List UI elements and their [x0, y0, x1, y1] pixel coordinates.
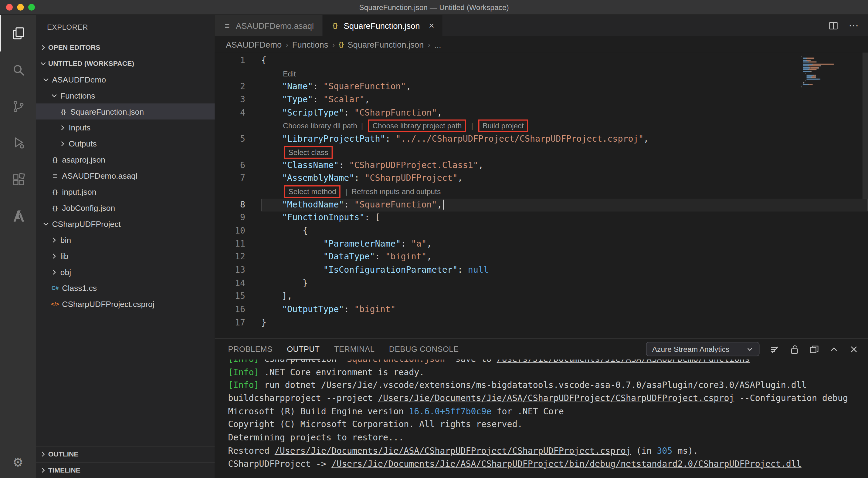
code-line-content: {: [261, 225, 868, 237]
code-line[interactable]: 1{: [215, 54, 868, 67]
extensions-icon[interactable]: [0, 161, 36, 198]
explorer-icon[interactable]: [0, 15, 36, 51]
split-editor-icon[interactable]: [828, 20, 839, 31]
codelens-action[interactable]: Edit: [283, 69, 296, 78]
code-line[interactable]: 3 "Type": "Scalar",: [215, 94, 868, 106]
code-line[interactable]: 14 }: [215, 277, 868, 290]
tree-item[interactable]: Functions: [36, 87, 215, 103]
minimap[interactable]: [802, 56, 860, 88]
breadcrumb-item[interactable]: ...: [434, 39, 441, 49]
output-text: ms).: [672, 446, 698, 456]
code-line[interactable]: 15 ],: [215, 290, 868, 303]
panel-tab-terminal[interactable]: TERMINAL: [334, 339, 374, 360]
open-editors-section[interactable]: OPEN EDITORS: [36, 39, 215, 56]
code-line[interactable]: 12 "DataType": "bigint",: [215, 251, 868, 264]
code-line[interactable]: 11 "ParameterName": "a",: [215, 238, 868, 251]
output-text: .NET Core environment is ready.: [265, 367, 425, 377]
file-link[interactable]: /Users/Jie/Documents/Jie/ASA/CSharpUDFPr…: [332, 459, 802, 469]
tree-item[interactable]: C#Class1.cs: [36, 280, 215, 296]
breadcrumb-item[interactable]: Functions: [292, 39, 329, 49]
codelens-action[interactable]: Choose library dll path: [283, 122, 357, 130]
code-line[interactable]: 4 "ScriptType": "CSharpFunction",: [215, 107, 868, 120]
run-debug-icon[interactable]: [0, 124, 36, 161]
tree-item-label: Functions: [60, 91, 95, 100]
code-line[interactable]: 16 "OutputType": "bigint": [215, 303, 868, 316]
code-line[interactable]: 10 {: [215, 225, 868, 237]
tree-item[interactable]: Outputs: [36, 136, 215, 152]
close-panel-icon[interactable]: [848, 344, 859, 354]
minimap-line: [802, 76, 860, 78]
code-line[interactable]: 13 "IsConfigurationParameter": null: [215, 264, 868, 277]
source-control-icon[interactable]: [0, 88, 36, 124]
settings-gear-icon[interactable]: ⚙: [0, 447, 36, 478]
codelens-action-highlighted[interactable]: Choose library project path: [368, 120, 466, 133]
search-icon[interactable]: [0, 52, 36, 88]
tree-item[interactable]: </>CSharpUDFProject.csproj: [36, 296, 215, 312]
tree-item[interactable]: {}input.json: [36, 184, 215, 200]
breadcrumb-item[interactable]: ASAUDFDemo: [226, 39, 282, 49]
workspace-section[interactable]: UNTITLED (WORKSPACE): [36, 55, 215, 71]
zoom-window-button[interactable]: [28, 4, 35, 11]
outline-section[interactable]: OUTLINE: [36, 446, 215, 462]
output-text: buildcsharpproject --project: [228, 394, 378, 403]
vscode-window: SquareFunction.json — Untitled (Workspac…: [0, 0, 868, 478]
breadcrumb-item[interactable]: SquareFunction.json: [347, 39, 424, 49]
line-number: 5: [215, 133, 261, 146]
tree-item[interactable]: ≡ASAUDFDemo.asaql: [36, 168, 215, 184]
output-channel-value: Azure Stream Analytics: [652, 345, 730, 353]
line-number: 11: [215, 238, 261, 251]
panel-tab-debug-console[interactable]: DEBUG CONSOLE: [389, 339, 459, 360]
tree-item[interactable]: {}JobConfig.json: [36, 200, 215, 216]
codelens-action-highlighted[interactable]: Select class: [284, 146, 333, 159]
tree-item[interactable]: ASAUDFDemo: [36, 71, 215, 87]
file-link[interactable]: /Users/Jie/Documents/Jie/ASA/CSharpUDFPr…: [275, 446, 631, 456]
code-line[interactable]: 8 "MethodName": "SquareFunction",: [215, 198, 868, 211]
code-token: ,: [427, 239, 432, 249]
close-window-button[interactable]: [6, 4, 13, 11]
tree-item[interactable]: {}SquareFunction.json: [36, 103, 215, 120]
code-line[interactable]: 9 "FunctionInputs": [: [215, 211, 868, 225]
clear-output-icon[interactable]: [769, 344, 780, 354]
output-text: save to: [445, 360, 497, 364]
autoscroll-lock-icon[interactable]: [789, 344, 799, 354]
editor-scrollbar[interactable]: [863, 53, 868, 199]
code-line[interactable]: 7 "AssemblyName": "CSharpUDFProject",: [215, 172, 868, 185]
code-token: "LibraryProjectPath": [282, 134, 385, 144]
tree-item[interactable]: bin: [36, 232, 215, 248]
code-line[interactable]: 6 "ClassName": "CSharpUDFProject.Class1"…: [215, 159, 868, 172]
file-link[interactable]: /Users/Jie/Documents/Jie/ASA/ASAUDFDemo/…: [497, 360, 750, 364]
tab-asaudfdemo-asaql[interactable]: ≡ ASAUDFDemo.asaql: [215, 15, 322, 36]
panel-tab-problems[interactable]: PROBLEMS: [228, 339, 272, 360]
code-line[interactable]: 17}: [215, 316, 868, 330]
code-token: [261, 173, 282, 183]
minimap-line: [802, 69, 860, 70]
code-token: "bigint": [385, 252, 426, 262]
timeline-section[interactable]: TIMELINE: [36, 462, 215, 478]
code-line[interactable]: 2 "Name": "SquareFunction",: [215, 80, 868, 94]
codelens-action[interactable]: Refresh inputs and outputs: [351, 187, 441, 196]
tree-item[interactable]: {}asaproj.json: [36, 152, 215, 168]
more-actions-icon[interactable]: ⋯: [848, 20, 859, 32]
output-channel-select[interactable]: Azure Stream Analytics: [646, 342, 760, 356]
panel-tab-output[interactable]: OUTPUT: [287, 339, 319, 360]
code-editor[interactable]: 1{Edit2 "Name": "SquareFunction",3 "Type…: [215, 53, 868, 338]
output-text: CSharpUDFProject ->: [228, 459, 331, 469]
minimize-window-button[interactable]: [17, 4, 24, 11]
tree-item[interactable]: lib: [36, 248, 215, 264]
close-tab-icon[interactable]: ×: [429, 21, 434, 30]
tree-item-label: SquareFunction.json: [70, 107, 144, 116]
codelens-action-highlighted[interactable]: Build project: [478, 120, 528, 133]
tree-item[interactable]: obj: [36, 264, 215, 280]
open-output-in-editor-icon[interactable]: [809, 344, 819, 354]
tab-label: ASAUDFDemo.asaql: [236, 21, 314, 30]
codelens-action-highlighted[interactable]: Select method: [284, 185, 341, 198]
tree-item[interactable]: CSharpUDFProject: [36, 216, 215, 232]
title-bar[interactable]: SquareFunction.json — Untitled (Workspac…: [0, 0, 868, 15]
code-line[interactable]: 5 "LibraryProjectPath": "../../CSharpUDF…: [215, 133, 868, 146]
tab-squarefunction-json[interactable]: {} SquareFunction.json ×: [322, 15, 442, 36]
azure-icon[interactable]: [0, 198, 36, 234]
tree-item[interactable]: Inputs: [36, 120, 215, 136]
output-log[interactable]: [Info] CSharpFunction SquareFunction.jso…: [215, 360, 868, 478]
file-link[interactable]: /Users/Jie/Documents/Jie/ASA/CSharpUDFPr…: [378, 394, 734, 403]
maximize-panel-icon[interactable]: [829, 344, 839, 354]
